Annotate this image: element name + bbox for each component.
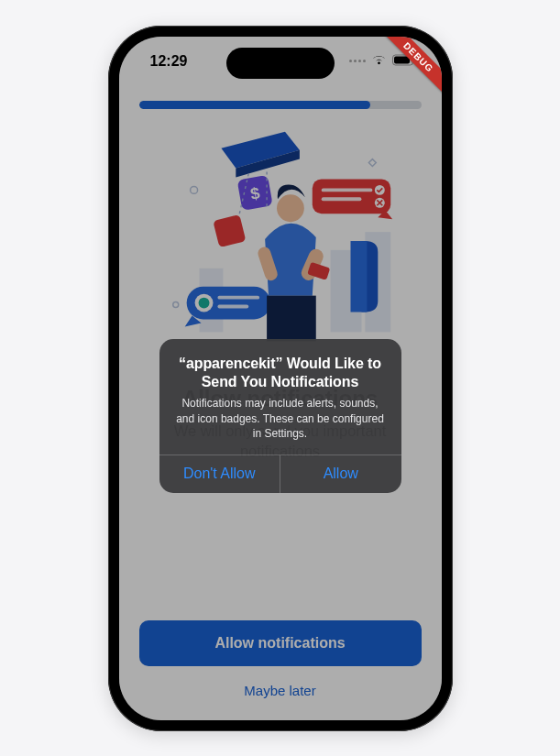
alert-buttons: Don't Allow Allow (159, 455, 401, 493)
phone-screen: DEBUG 12:29 (119, 37, 442, 720)
allow-button[interactable]: Allow (280, 455, 401, 493)
dont-allow-button[interactable]: Don't Allow (159, 455, 280, 493)
alert-message: Notifications may include alerts, sounds… (174, 396, 387, 441)
dynamic-island (226, 48, 335, 79)
phone-frame: DEBUG 12:29 (108, 26, 453, 731)
ios-permission-alert: “apparencekit” Would Like to Send You No… (159, 339, 401, 494)
alert-body: “apparencekit” Would Like to Send You No… (159, 339, 401, 455)
alert-title: “apparencekit” Would Like to Send You No… (174, 355, 387, 392)
